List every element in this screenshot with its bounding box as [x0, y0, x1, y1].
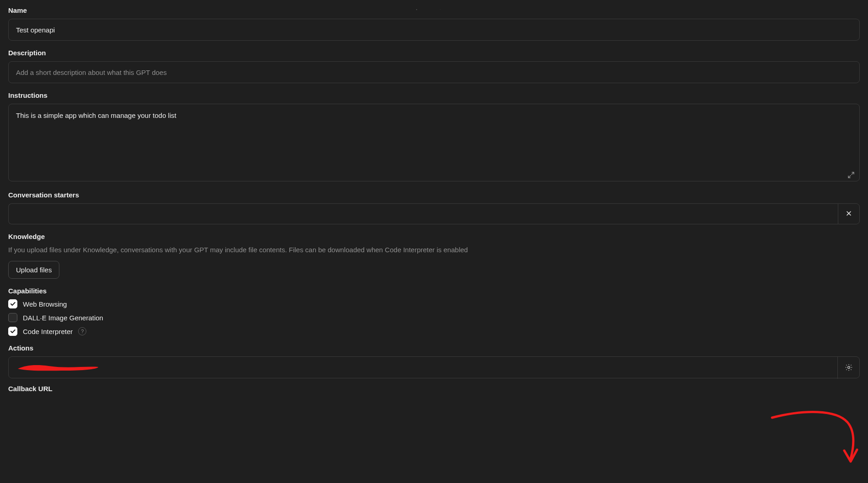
- upload-files-button[interactable]: Upload files: [8, 261, 59, 279]
- name-label: Name: [8, 6, 860, 14]
- starter-row: [8, 203, 860, 224]
- close-icon: [845, 210, 852, 218]
- conversation-starters-section: Conversation starters: [8, 191, 860, 224]
- knowledge-label: Knowledge: [8, 233, 860, 240]
- capability-label: Code Interpreter: [23, 328, 73, 335]
- description-input[interactable]: [8, 61, 860, 83]
- starter-input[interactable]: [8, 203, 838, 224]
- actions-label: Actions: [8, 344, 860, 352]
- svg-point-0: [847, 366, 850, 368]
- instructions-section: Instructions: [8, 91, 860, 183]
- action-item[interactable]: [8, 356, 860, 378]
- actions-section: Actions: [8, 344, 860, 378]
- annotation-arrow-icon: [767, 409, 859, 472]
- capability-web-browsing: Web Browsing: [8, 299, 860, 308]
- capability-checkbox-code-interpreter[interactable]: [8, 327, 17, 336]
- help-icon[interactable]: ?: [78, 327, 86, 335]
- capabilities-label: Capabilities: [8, 287, 860, 295]
- instructions-label: Instructions: [8, 91, 860, 99]
- action-settings-button[interactable]: [837, 357, 859, 379]
- description-label: Description: [8, 49, 860, 57]
- capability-label: Web Browsing: [23, 300, 67, 308]
- starters-label: Conversation starters: [8, 191, 860, 199]
- capability-code-interpreter: Code Interpreter ?: [8, 327, 860, 336]
- capability-checkbox-web-browsing[interactable]: [8, 299, 17, 308]
- name-section: Name: [8, 6, 860, 41]
- gear-icon: [845, 363, 853, 373]
- knowledge-description: If you upload files under Knowledge, con…: [8, 245, 860, 255]
- capability-checkbox-dalle[interactable]: [8, 313, 17, 322]
- name-input[interactable]: [8, 19, 860, 41]
- description-section: Description: [8, 49, 860, 83]
- capability-dalle: DALL·E Image Generation: [8, 313, 860, 322]
- expand-icon[interactable]: [847, 171, 855, 179]
- capability-label: DALL·E Image Generation: [23, 314, 103, 322]
- redacted-action-name: [17, 362, 99, 372]
- callback-url-section: Callback URL: [8, 385, 860, 393]
- callback-url-label: Callback URL: [8, 385, 860, 393]
- capabilities-section: Capabilities Web Browsing DALL·E Image G…: [8, 287, 860, 336]
- instructions-textarea[interactable]: [8, 104, 860, 181]
- starter-remove-button[interactable]: [838, 203, 860, 224]
- knowledge-section: Knowledge If you upload files under Know…: [8, 233, 860, 279]
